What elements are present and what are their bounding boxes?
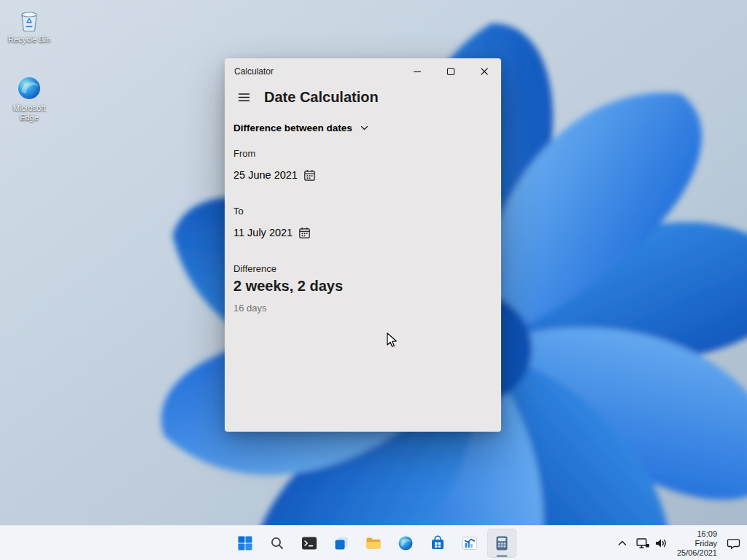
network-volume-button[interactable] xyxy=(632,529,671,558)
notifications-button[interactable] xyxy=(723,529,744,558)
terminal-icon xyxy=(301,535,317,551)
difference-value: 2 weeks, 2 days xyxy=(233,278,492,295)
system-tray: 16:09 Friday 25/06/2021 xyxy=(612,529,744,558)
window-title: Calculator xyxy=(225,66,400,77)
close-button[interactable] xyxy=(468,58,501,85)
edge-button[interactable] xyxy=(391,529,420,558)
menu-button[interactable] xyxy=(233,88,254,106)
clock-date: 25/06/2021 xyxy=(677,548,717,558)
mode-selector[interactable]: Difference between dates xyxy=(233,120,369,135)
chevron-up-icon xyxy=(617,538,627,548)
store-button[interactable] xyxy=(423,529,452,558)
windows-start-icon xyxy=(237,535,253,551)
calendar-icon xyxy=(298,227,311,239)
clock[interactable]: 16:09 Friday 25/06/2021 xyxy=(671,529,723,558)
desktop-icon-microsoft-edge[interactable]: Microsoft Edge xyxy=(3,75,55,122)
clock-time: 16:09 xyxy=(697,529,717,539)
task-manager-button[interactable] xyxy=(455,529,484,558)
chevron-down-icon xyxy=(360,123,369,133)
show-hidden-icons-button[interactable] xyxy=(612,529,632,558)
recycle-bin-icon xyxy=(16,7,42,33)
hamburger-icon xyxy=(238,91,250,104)
difference-label: Difference xyxy=(233,263,492,275)
calculator-icon xyxy=(494,535,510,551)
calculator-button[interactable] xyxy=(487,529,516,558)
desktop-icon-label: Recycle Bin xyxy=(8,35,50,44)
store-icon xyxy=(430,535,446,551)
desktop-icon-label: Microsoft Edge xyxy=(3,104,55,122)
file-explorer-button[interactable] xyxy=(359,529,388,558)
calculator-window: Calculator Date Calculation Difference b… xyxy=(225,58,501,432)
running-app-indicator xyxy=(497,555,508,557)
close-icon xyxy=(480,67,489,76)
clock-day: Friday xyxy=(694,539,717,548)
search-button[interactable] xyxy=(263,529,292,558)
from-date-value: 25 June 2021 xyxy=(233,169,298,181)
search-icon xyxy=(270,536,285,551)
to-date-picker[interactable]: 11 July 2021 xyxy=(233,225,311,240)
volume-icon xyxy=(654,537,667,549)
task-view-button[interactable] xyxy=(327,529,356,558)
mode-selector-label: Difference between dates xyxy=(233,122,352,133)
minimize-icon xyxy=(413,67,422,76)
to-label: To xyxy=(233,206,492,217)
maximize-icon xyxy=(446,67,455,76)
calculator-content: Date Calculation Difference between date… xyxy=(225,85,501,432)
edge-logo-icon xyxy=(16,75,42,101)
maximize-button[interactable] xyxy=(434,58,468,85)
notifications-icon xyxy=(727,537,740,551)
performance-chart-icon xyxy=(462,535,478,551)
edge-icon xyxy=(398,535,414,551)
desktop-icon-recycle-bin[interactable]: Recycle Bin xyxy=(3,7,55,44)
from-date-picker[interactable]: 25 June 2021 xyxy=(233,168,316,182)
mouse-cursor xyxy=(384,332,399,349)
minimize-button[interactable] xyxy=(400,58,434,85)
difference-detail-days: 16 days xyxy=(233,303,492,314)
page-title: Date Calculation xyxy=(264,89,379,106)
start-button[interactable] xyxy=(231,529,260,558)
titlebar[interactable]: Calculator xyxy=(225,58,501,85)
terminal-button[interactable] xyxy=(295,529,324,558)
network-icon xyxy=(636,537,650,550)
taskbar: 16:09 Friday 25/06/2021 xyxy=(0,525,747,560)
taskbar-app-group xyxy=(231,529,516,558)
from-label: From xyxy=(233,148,492,160)
to-date-value: 11 July 2021 xyxy=(233,227,293,238)
task-view-icon xyxy=(333,535,349,551)
file-explorer-icon xyxy=(365,535,382,551)
calendar-icon xyxy=(303,169,316,182)
